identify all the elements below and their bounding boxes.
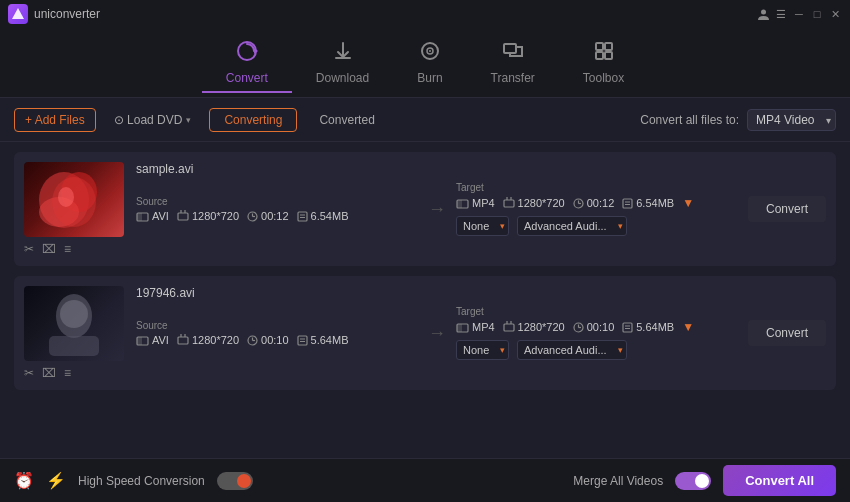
source-target-row: Source AVI 1280*720 00:10 [136,306,826,360]
file-info: 197946.avi Source AVI 1280*720 [136,286,826,360]
svg-rect-44 [178,337,188,344]
content-area: ✂ ⌧ ≡ sample.avi Source AVI [0,142,850,458]
convert-all-to: Convert all files to: MP4 Video [640,109,836,131]
nav-transfer[interactable]: Transfer [467,32,559,93]
svg-point-40 [60,300,88,328]
load-dvd-button[interactable]: ⊙ Load DVD ▾ [104,109,202,131]
svg-rect-54 [457,324,462,332]
speed-toggle[interactable] [217,472,253,490]
arrow-right-icon: → [428,323,446,344]
target-block: Target MP4 1280*720 00:12 [456,182,738,236]
source-label: Source [136,320,418,331]
svg-rect-7 [504,44,516,53]
subtitle-dropdown[interactable]: None [456,216,509,236]
convert-button-file1[interactable]: Convert [748,196,826,222]
target-format: MP4 [456,321,495,333]
source-block: Source AVI 1280*720 00:10 [136,320,418,346]
burn-nav-icon [419,40,441,67]
settings-icon[interactable]: ≡ [64,242,71,256]
thumb-wrap: ✂ ⌧ ≡ [24,162,124,256]
app-name: uniconverter [34,7,100,21]
scissors-icon[interactable]: ✂ [24,366,34,380]
maximize-button[interactable]: □ [810,7,824,21]
download-nav-icon [332,40,354,67]
user-icon[interactable] [756,7,770,21]
speed-toggle-knob [237,474,251,488]
title-bar-controls: ☰ ─ □ ✕ [756,7,842,21]
high-speed-label: High Speed Conversion [78,474,205,488]
source-duration: 00:12 [247,210,289,222]
target-size: 5.64MB [622,321,674,333]
audio-dropdown-wrap: Advanced Audi... [517,340,627,360]
convert-nav-icon [236,40,258,67]
minimize-button[interactable]: ─ [792,7,806,21]
file-card-file2: ✂ ⌧ ≡ 197946.avi Source AVI [14,276,836,390]
scissors-icon[interactable]: ✂ [24,242,34,256]
tab-converting[interactable]: Converting [209,108,297,132]
toolbox-nav-icon [593,40,615,67]
file-name: sample.avi [136,162,826,176]
format-select-wrap: MP4 Video [747,109,836,131]
subtitle-dropdown[interactable]: None [456,340,509,360]
svg-rect-50 [298,336,307,345]
menu-icon[interactable]: ☰ [774,7,788,21]
nav-transfer-label: Transfer [491,71,535,85]
format-select[interactable]: MP4 Video [747,109,836,131]
target-block: Target MP4 1280*720 00:10 [456,306,738,360]
svg-point-15 [52,177,96,227]
nav-convert[interactable]: Convert [202,32,292,93]
convert-all-to-label: Convert all files to: [640,113,739,127]
settings-icon[interactable]: ≡ [64,366,71,380]
file-name: 197946.avi [136,286,826,300]
target-label: Target [456,306,738,317]
thumb-controls: ✂ ⌧ ≡ [24,366,124,380]
nav-convert-label: Convert [226,71,268,85]
target-meta-row: MP4 1280*720 00:12 6.54MB [456,196,738,210]
merge-label: Merge All Videos [573,474,663,488]
crop-icon[interactable]: ⌧ [42,366,56,380]
file-card-file1: ✂ ⌧ ≡ sample.avi Source AVI [14,152,836,266]
target-quality-arrow[interactable]: ▼ [682,196,694,210]
svg-rect-30 [504,200,514,207]
thumbnail-file1 [24,162,124,237]
crop-icon[interactable]: ⌧ [42,242,56,256]
nav-toolbox[interactable]: Toolbox [559,32,648,93]
convert-button-file2[interactable]: Convert [748,320,826,346]
nav-burn[interactable]: Burn [393,32,466,93]
source-duration: 00:10 [247,334,289,346]
convert-all-button[interactable]: Convert All [723,465,836,496]
svg-rect-36 [623,199,632,208]
alarm-icon[interactable]: ⏰ [14,471,34,490]
source-size: 6.54MB [297,210,349,222]
source-meta-row: AVI 1280*720 00:10 5.64MB [136,334,418,346]
nav-toolbox-label: Toolbox [583,71,624,85]
arrow-right-icon: → [428,199,446,220]
source-resolution: 1280*720 [177,210,239,222]
target-resolution: 1280*720 [503,197,565,209]
audio-dropdown[interactable]: Advanced Audi... [517,340,627,360]
svg-rect-8 [596,43,603,50]
svg-rect-19 [178,213,188,220]
close-button[interactable]: ✕ [828,7,842,21]
dropdown-row: None Advanced Audi... [456,216,738,236]
tab-converted[interactable]: Converted [305,109,388,131]
audio-dropdown-wrap: Advanced Audi... [517,216,627,236]
svg-rect-18 [137,213,142,221]
source-size: 5.64MB [297,334,349,346]
nav-download-label: Download [316,71,369,85]
audio-dropdown[interactable]: Advanced Audi... [517,216,627,236]
toolbar: + Add Files ⊙ Load DVD ▾ Converting Conv… [0,98,850,142]
svg-rect-43 [137,337,142,345]
target-duration: 00:12 [573,197,615,209]
lightning-icon: ⚡ [46,471,66,490]
target-meta-row: MP4 1280*720 00:10 5.64MB [456,320,738,334]
svg-rect-61 [623,323,632,332]
merge-toggle[interactable] [675,472,711,490]
source-block: Source AVI 1280*720 00:12 [136,196,418,222]
app-logo [8,4,28,24]
source-meta-row: AVI 1280*720 00:12 6.54MB [136,210,418,222]
title-bar: uniconverter ☰ ─ □ ✕ [0,0,850,28]
target-quality-arrow[interactable]: ▼ [682,320,694,334]
add-files-button[interactable]: + Add Files [14,108,96,132]
nav-download[interactable]: Download [292,32,393,93]
